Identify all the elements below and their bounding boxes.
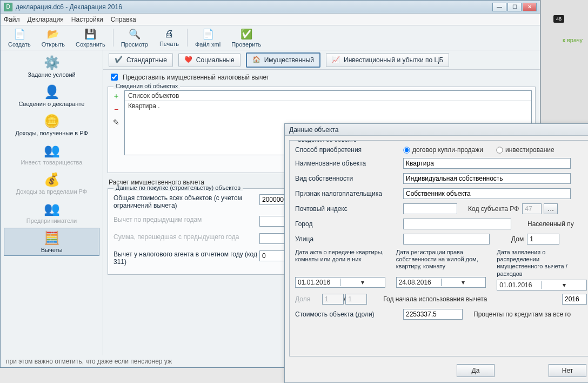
prev-years-label: Вычет по предыдущим годам [113,216,259,223]
person-icon: 👤 [44,85,60,98]
city-input[interactable] [403,219,511,229]
dialog-yes-button[interactable]: Да [457,364,495,377]
notification-badge: 48 [553,15,564,23]
street-label: Улица [295,235,403,243]
share-n-input [322,294,344,305]
date-act-caption: Дата акта о передаче квартиры, комнаты и… [295,249,385,275]
nav-entrepreneurs: 👥 Предприниматели [4,199,100,227]
date-act-field[interactable]: 01.01.2016 ▾ [295,277,385,288]
acq-radio-purchase[interactable]: договор купли-продажи [403,146,483,154]
date-app-caption: Дата заявления о распределении имуществе… [497,249,587,278]
house-input[interactable] [527,234,559,245]
foreign-icon: 💰 [44,173,60,186]
objects-list-header: Список объектов [125,91,531,101]
objects-legend: Сведения об объектах [113,83,180,89]
chevron-down-icon[interactable]: ▾ [340,279,385,286]
object-dialog: Данные объекта Сведения об объекте Спосо… [284,123,588,383]
menu-help[interactable]: Справка [111,16,136,23]
check-icon: ✅ [240,28,252,40]
date-reg-caption: Дата регистрации права собственности на … [396,249,486,275]
standard-icon: ✔️ [115,56,123,64]
cost-label: Стоимость объекта (доли) [295,311,403,318]
toolbar-check[interactable]: ✅ Проверить [226,27,266,49]
bg-text: к врачу [563,37,583,43]
open-folder-icon: 📂 [47,28,59,40]
toolbar-file-xml[interactable]: 📄 Файл xml [190,27,226,49]
provide-deduction-checkbox[interactable] [111,74,118,81]
app-icon: D [4,3,12,11]
minimize-button[interactable]: — [492,3,506,11]
postcode-input[interactable] [403,203,457,214]
edit-object-icon[interactable]: ✎ [111,117,121,127]
social-icon: ❤️ [184,56,193,64]
date-app-field[interactable]: 01.01.2016 ▾ [497,280,587,290]
share-d-input [345,294,367,305]
taxpayer-input[interactable] [403,188,571,199]
regioncode-input [522,203,542,214]
tab-standard[interactable]: ✔️ Стандартные [109,53,173,67]
postcode-label: Почтовый индекс [295,205,403,213]
house-label: Дом [511,235,524,243]
chevron-down-icon[interactable]: ▾ [441,279,486,286]
year-start-label: Год начала использования вычета [383,295,487,303]
acq-radio-invest[interactable]: инвестирование [496,146,554,154]
menu-file[interactable]: Файл [4,16,20,23]
new-file-icon: 📄 [14,28,25,40]
sidebar: ⚙️ Задание условий 👤 Сведения о декларан… [1,50,103,355]
obj-name-input[interactable] [403,158,571,169]
deductions-icon: 🧮 [44,232,60,245]
invest-icon: 👥 [44,144,60,157]
toolbar-create[interactable]: 📄 Создать [3,27,36,49]
carry-over-label: Сумма, перешедшая с предыдущего года [113,233,259,241]
calc-legend: Данные по покупке (строительству) объект… [113,184,243,191]
entrepreneurs-icon: 👥 [44,202,60,215]
preview-icon: 🔍 [129,28,141,40]
year-start-input[interactable] [562,294,587,305]
menu-declaration[interactable]: Декларация [28,16,64,23]
toolbar-save[interactable]: 💾 Сохранить [70,27,111,49]
locality-label: Населенный пу [527,220,574,228]
xml-icon: 📄 [202,28,214,40]
tab-investment[interactable]: 📈 Инвестиционный и убытки по ЦБ [326,53,449,67]
provide-deduction-label: Предоставить имущественный налоговый выч… [123,74,269,81]
menubar: Файл Декларация Настройки Справка [1,14,540,25]
maximize-button[interactable]: ☐ [507,3,522,11]
cost-input[interactable] [403,309,463,320]
dialog-no-button[interactable]: Нет [549,364,586,377]
regioncode-lookup-button[interactable]: … [544,203,558,214]
toolbar-preview[interactable]: 🔍 Просмотр [116,27,153,49]
remove-object-icon[interactable]: − [111,104,121,114]
dialog-title: Данные объекта [285,124,588,136]
date-reg-field[interactable]: 24.08.2016 ▾ [396,277,486,288]
dialog-legend: Сведения об объекте [295,140,359,143]
acq-label: Способ приобретения [295,146,403,154]
agent-deduction-label: Вычет у налогового агента в отчетном год… [113,250,259,266]
nav-income-foreign: 💰 Доходы за пределами РФ [4,169,100,197]
tab-social[interactable]: ❤️ Социальные [178,53,240,67]
nav-declarant[interactable]: 👤 Сведения о декларанте [4,82,100,110]
ownership-label: Вид собственности [295,175,403,182]
toolbar: 📄 Создать 📂 Открыть 💾 Сохранить 🔍 Просмо… [1,25,540,50]
menu-settings[interactable]: Настройки [71,16,103,23]
share-label: Доля [295,295,322,303]
house-icon: 🏠 [252,56,261,64]
regioncode-label: Код субъекта РФ [468,205,519,213]
street-input[interactable] [403,234,490,245]
nav-deductions[interactable]: 🧮 Вычеты [4,228,100,256]
nav-conditions[interactable]: ⚙️ Задание условий [4,52,100,81]
ownership-input[interactable] [403,173,571,184]
toolbar-print[interactable]: 🖨 Печать [153,27,185,49]
city-label: Город [295,220,403,228]
add-object-icon[interactable]: ＋ [111,91,121,101]
close-button[interactable]: ✕ [523,3,537,11]
chevron-down-icon[interactable]: ▾ [542,281,586,289]
total-cost-label: Общая стоимость всех объектов (с учетом … [113,194,259,209]
objects-list-row[interactable]: Квартира . [125,101,531,111]
nav-income-rf[interactable]: 🪙 Доходы, полученные в РФ [4,111,100,139]
tab-property[interactable]: 🏠 Имущественный [246,52,320,68]
taxpayer-label: Признак налогоплательщика [295,190,403,197]
nav-invest: 👥 Инвест. товарищества [4,140,100,168]
percent-label: Проценты по кредитам за все го [473,311,571,318]
obj-name-label: Наименование объекта [295,160,403,167]
toolbar-open[interactable]: 📂 Открыть [36,27,70,49]
